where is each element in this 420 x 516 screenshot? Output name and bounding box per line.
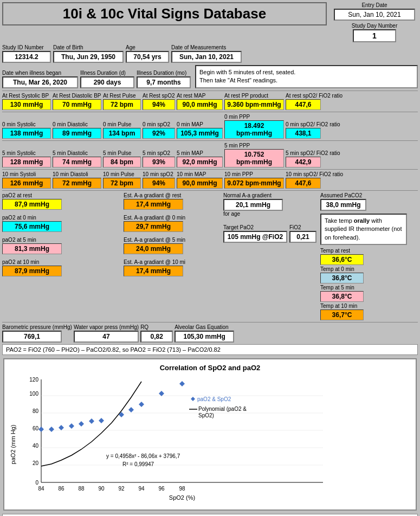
illness-start-value[interactable]: Thu, Mar 26, 2020 [2,76,78,88]
entry-date-label: Entry Date [361,2,387,8]
at-rest-pulse-label: At Rest Pulse [103,93,141,99]
aa-rest-value[interactable]: 17,4 mmHg [124,199,183,210]
svg-text:y = 0,4958x² - 86,06x + 3796,7: y = 0,4958x² - 86,06x + 3796,7 [106,453,180,459]
app-title: 10i & 10c Vital Signs Database [2,2,327,25]
min5-map-value[interactable]: 92,0 mmHg [177,157,223,167]
aa-min5-value[interactable]: 24,0 mmHg [124,243,183,254]
temp-rest-value[interactable]: 36,6°C [320,254,364,265]
svg-text:paO2 & SpO2: paO2 & SpO2 [197,396,231,402]
illness-days-value[interactable]: 290 days [80,76,134,88]
min5-pulse-value[interactable]: 84 bpm [103,157,141,167]
min0-ppp-value[interactable]: 18.492 bpm·mmHg [224,120,284,139]
min10-map-value[interactable]: 90,0 mmHg [177,178,223,189]
bp-value[interactable]: 769,1 [2,331,62,343]
wvp-label: Water vapor press (mmHg) [74,324,139,330]
min10-map-label: 10 min MAP [177,171,223,177]
svg-text:SpO2 (%): SpO2 (%) [169,494,195,501]
min5-systolic-value[interactable]: 128 mmHg [2,157,51,167]
min0-map-value[interactable]: 105,3 mmHg [177,128,223,139]
assumed-paco2-value[interactable]: 38,0 mmHg [320,199,366,211]
aa-rest-label: Est. A-a gradiant @ rest [124,192,221,198]
min5-fio2-label: 5 min spO2/ FiO2 ratio [286,150,340,156]
min5-fio2-value[interactable]: 442,9 [286,157,321,167]
temp-min0-label: Temp at 0 min [320,266,418,272]
at-rest-systolic-value[interactable]: 130 mmHg [2,99,51,110]
svg-text:60: 60 [33,425,39,431]
temp-min10-value[interactable]: 36,7°C [320,309,364,320]
pao2-min0-label: paO2 at 0 min [2,215,121,221]
svg-text:84: 84 [38,486,44,492]
at-rest-spo2-value[interactable]: 94% [143,99,175,110]
at-rest-systolic-label: At Rest Systolic BP [2,93,51,99]
min5-diastolic-label: 5 min Diastolic [53,150,101,156]
svg-text:40: 40 [33,443,39,449]
pao2-min5-label: paO2 at 5 min [2,237,121,243]
pao2-min10-value[interactable]: 87,9 mmHg [2,266,62,276]
at-rest-pulse-group: At Rest Pulse 72 bpm [103,93,141,110]
at-rest-diastolic-label: At Rest Diastolic BP [53,93,101,99]
normal-aa-value[interactable]: 20,1 mmHg [223,199,283,211]
at-rest-pulse-value[interactable]: 72 bpm [103,99,141,110]
normal-aa-label: Normal A-a gradient [223,192,318,198]
min10-pulse-value[interactable]: 72 bpm [103,178,141,189]
svg-text:120: 120 [29,377,38,383]
svg-text:88: 88 [78,486,85,492]
at-rest-diastolic-value[interactable]: 70 mmHg [53,99,101,110]
min0-fio2-label: 0 min spO2/ FiO2 ratio [286,121,340,127]
pao2-min5-value[interactable]: 81,3 mmHg [2,243,62,254]
svg-text:100: 100 [29,391,38,397]
min0-systolic-label: 0 min Systolic [2,121,51,127]
aa-min10-value[interactable]: 17,4 mmHg [124,266,183,276]
min0-pulse-label: 0 min Pulse [103,121,141,127]
at-rest-ppp-value[interactable]: 9.360 bpm·mmHg [224,99,284,110]
dob-value[interactable]: Thu, Jun 29, 1950 [53,51,124,63]
fio2-value[interactable]: 0,21 [289,231,316,243]
target-pao2-value[interactable]: 105 mmHg @FiO2 [223,231,287,243]
min0-spo2-value[interactable]: 92% [143,128,175,139]
normal-aa-sub: for age [223,211,318,217]
aa-min0-value[interactable]: 29,7 mmHg [124,221,183,232]
study-id-label: Study ID Number [2,44,51,50]
at-rest-map-value[interactable]: 90,0 mmHg [177,99,223,110]
temp-min5-value[interactable]: 36,8°C [320,291,364,302]
illness-months-label: Illness Duration (mo) [137,70,191,76]
min10-spo2-value[interactable]: 94% [143,178,175,189]
min10-ppp-value[interactable]: 9.072 bpm·mmHg [224,178,284,189]
study-id-group: Study ID Number 12314.2 [2,44,51,63]
min0-diastolic-value[interactable]: 89 mmHg [53,128,101,139]
study-id-value[interactable]: 12314.2 [2,51,51,63]
pao2-rest-value[interactable]: 87,9 mmHg [2,199,62,210]
age-label: Alveolar Gas Equation [175,324,234,330]
min0-systolic-value[interactable]: 138 mmHg [2,128,51,139]
svg-text:90: 90 [98,486,105,492]
bp-label: Barometric pressure (mmHg) [2,324,72,330]
pao2-min0-value[interactable]: 75,6 mmHg [2,221,62,232]
svg-text:96: 96 [158,486,165,492]
min10-fio2-value[interactable]: 447,6 [286,178,321,189]
age-value[interactable]: 70,54 yrs [126,51,169,63]
min5-ppp-label: 5 min PPP [224,143,284,149]
min10-systolic-value[interactable]: 126 mmHg [2,178,51,189]
min5-ppp-value[interactable]: 10.752 bpm·mmHg [224,149,284,167]
entry-date-value[interactable]: Sun, Jan 10, 2021 [334,9,415,21]
svg-text:R² = 0,99947: R² = 0,99947 [122,461,154,467]
min0-pulse-value[interactable]: 134 bpm [103,128,141,139]
min0-fio2-value[interactable]: 438,1 [286,128,321,139]
at-rest-fio2-value[interactable]: 447,6 [286,99,321,110]
dom-value[interactable]: Sun, Jan 10, 2021 [171,51,242,63]
dob-label: Date of Birth [53,44,124,50]
min10-diastolic-value[interactable]: 72 mmHg [53,178,101,189]
min5-diastolic-value[interactable]: 74 mmHg [53,157,101,167]
temp-min0-value[interactable]: 36,8°C [320,273,364,283]
illness-start-group: Date when illness began Thu, Mar 26, 202… [2,70,78,88]
study-day-value[interactable]: 1 [353,29,396,42]
assumed-paco2-label: Assumed PaCO2 [320,192,366,198]
svg-marker-36 [191,397,195,401]
rq-value[interactable]: 0,82 [140,331,173,343]
at-rest-systolic-group: At Rest Systolic BP 130 mmHg [2,93,51,110]
age-value[interactable]: 105,30 mmHg [175,331,234,343]
illness-months-value[interactable]: 9,7 months [137,76,191,88]
svg-marker-26 [59,425,64,430]
min5-spo2-value[interactable]: 93% [143,157,175,167]
wvp-value[interactable]: 47 [74,331,139,343]
